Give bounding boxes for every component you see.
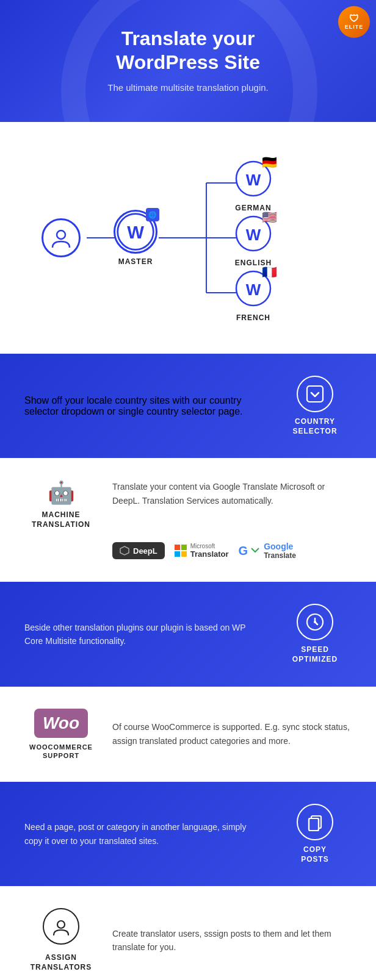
google-g-icon: G xyxy=(239,544,248,558)
speed-text-col: Beside other translation plugins our plu… xyxy=(24,621,264,648)
translate-icon xyxy=(250,546,260,556)
speed-icon xyxy=(297,604,333,640)
header-section: 🛡 ELITE Translate your WordPress Site Th… xyxy=(0,0,376,122)
french-flag: 🇫🇷 xyxy=(262,265,277,279)
copy-posts-section: Need a page, post or category in another… xyxy=(0,782,376,886)
mt-top-row: 🤖 MACHINE TRANSLATION Translate your con… xyxy=(24,480,352,529)
woo-description: Of course WooCommerce is supported. E.g.… xyxy=(112,720,352,748)
assign-description-col: Create translator users, sssign posts to… xyxy=(112,927,352,954)
ms-red xyxy=(175,545,180,550)
svg-text:W: W xyxy=(246,281,261,299)
master-wp-logo: W 🌐 xyxy=(114,210,157,254)
country-selector-section: Show off your locale country sites with … xyxy=(0,354,376,458)
multisite-diagram: W 🌐 MASTER W 🇩🇪 GERMAN W xyxy=(35,146,341,329)
svg-text:W: W xyxy=(246,226,261,244)
robot-icon: 🤖 xyxy=(48,480,75,506)
ms-blue xyxy=(175,551,180,557)
google-text: Google Translate xyxy=(264,542,296,560)
badge-label: ELITE xyxy=(345,24,364,30)
woo-icon-col: Woo WOOCOMMERCE SUPPORT xyxy=(24,709,98,760)
english-site: W 🇺🇸 ENGLISH xyxy=(234,215,272,267)
english-flag: 🇺🇸 xyxy=(262,210,277,224)
svg-text:W: W xyxy=(246,171,261,189)
woocommerce-section: Woo WOOCOMMERCE SUPPORT Of course WooCom… xyxy=(0,687,376,782)
master-wp: W 🌐 MASTER xyxy=(114,210,157,266)
country-selector-description: Show off your locale country sites with … xyxy=(24,395,264,417)
ms-green xyxy=(181,545,187,550)
page-title: Translate your WordPress Site xyxy=(116,27,260,74)
copy-icon xyxy=(297,804,333,840)
user-circle xyxy=(42,218,81,257)
speed-optimized-section: Beside other translation plugins our plu… xyxy=(0,582,376,686)
master-label: MASTER xyxy=(118,257,153,266)
copy-text-col: Need a page, post or category in another… xyxy=(24,820,264,848)
diagram-section: W 🌐 MASTER W 🇩🇪 GERMAN W xyxy=(0,122,376,354)
english-wp-logo: W 🇺🇸 xyxy=(234,215,272,255)
assign-description: Create translator users, sssign posts to… xyxy=(112,927,352,954)
svg-point-6 xyxy=(57,231,65,239)
assign-icon-col: ASSIGN TRANSLATORS xyxy=(24,908,98,972)
assign-translators-section: ASSIGN TRANSLATORS Create translator use… xyxy=(0,886,376,980)
speed-icon-col: SPEED OPTIMIZED xyxy=(278,604,352,664)
mt-icon-col: 🤖 MACHINE TRANSLATION xyxy=(24,480,98,529)
german-site: W 🇩🇪 GERMAN xyxy=(234,160,272,212)
ms-grid xyxy=(175,545,187,557)
country-selector-icon xyxy=(297,376,333,412)
woo-logo: Woo xyxy=(34,709,88,738)
badge-icon: 🛡 xyxy=(349,14,360,24)
french-label: FRENCH xyxy=(236,313,270,322)
woo-label: WOOCOMMERCE SUPPORT xyxy=(29,743,93,760)
machine-translation-section: 🤖 MACHINE TRANSLATION Translate your con… xyxy=(0,458,376,582)
google-icon-group: G xyxy=(239,544,261,558)
speed-description: Beside other translation plugins our plu… xyxy=(24,621,264,648)
deepl-logo: DeepL xyxy=(112,542,165,559)
svg-point-18 xyxy=(314,621,316,623)
master-badge: 🌐 xyxy=(146,208,159,221)
woo-description-col: Of course WooCommerce is supported. E.g.… xyxy=(112,720,352,748)
page-subtitle: The ultimate multisite translation plugi… xyxy=(107,81,268,95)
ms-text: Microsoft Translator xyxy=(190,543,229,559)
german-wp-logo: W 🇩🇪 xyxy=(234,160,272,200)
svg-rect-20 xyxy=(309,818,319,831)
country-selector-text-col: Show off your locale country sites with … xyxy=(24,395,264,417)
french-site: W 🇫🇷 FRENCH xyxy=(234,270,272,322)
svg-rect-15 xyxy=(307,386,323,402)
assign-icon xyxy=(43,908,79,945)
microsoft-translator-logo: Microsoft Translator xyxy=(175,543,229,559)
german-flag: 🇩🇪 xyxy=(262,155,277,170)
svg-text:W: W xyxy=(127,222,144,242)
copy-icon-col: COPY POSTS xyxy=(278,804,352,864)
user-icon xyxy=(42,218,81,257)
assign-label: ASSIGN TRANSLATORS xyxy=(31,953,92,972)
mt-logos-row: DeepL Microsoft Translator G xyxy=(112,542,352,560)
french-wp-logo: W 🇫🇷 xyxy=(234,270,272,310)
elite-badge: 🛡 ELITE xyxy=(338,6,370,38)
copy-description: Need a page, post or category in another… xyxy=(24,820,264,848)
mt-description: Translate your content via Google Transl… xyxy=(112,480,352,507)
country-selector-icon-col: COUNTRY SELECTOR xyxy=(278,376,352,436)
country-selector-label: COUNTRY SELECTOR xyxy=(292,417,337,436)
speed-label: SPEED OPTIMIZED xyxy=(292,645,338,664)
ms-yellow xyxy=(181,551,187,557)
copy-label: COPY POSTS xyxy=(301,845,329,864)
mt-label: MACHINE TRANSLATION xyxy=(32,510,90,529)
svg-point-22 xyxy=(57,921,65,928)
svg-marker-16 xyxy=(120,546,129,555)
google-translate-logo: G Google Translate xyxy=(239,542,296,560)
